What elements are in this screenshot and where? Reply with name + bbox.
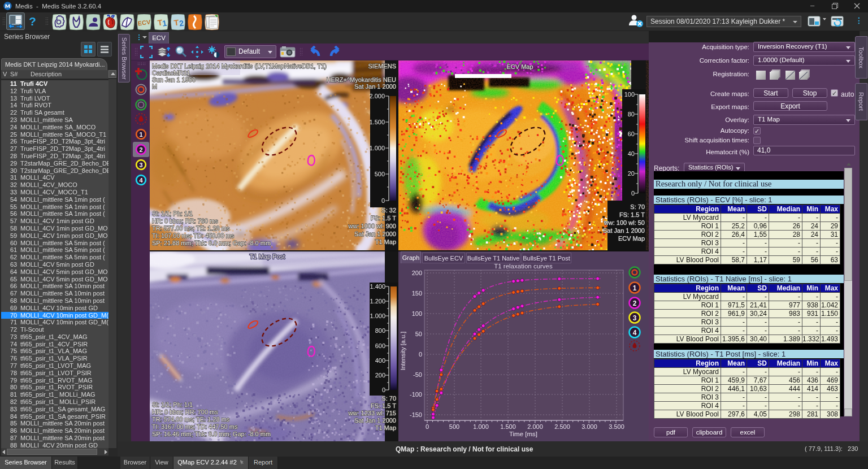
svg-text:TR: 574.00 ms; TE: 1.28 ms: TR: 574.00 ms; TE: 1.28 ms: [152, 416, 230, 423]
svg-text:S: 32: S: 32: [381, 207, 396, 214]
svg-text:2.000: 2.000: [527, 423, 543, 430]
svg-text:ECV Map: ECV Map: [506, 63, 533, 70]
svg-text:T1 relaxation curves: T1 relaxation curves: [494, 263, 553, 270]
svg-text:FS: 1.5 T: FS: 1.5 T: [371, 215, 396, 222]
svg-text:T1 Map: T1 Map: [375, 238, 396, 245]
svg-text:0: 0: [426, 423, 429, 430]
svg-text:1.200: 1.200: [370, 298, 385, 305]
svg-text:SP: 21.88 mm; Thk: 8.0 mm; Gap: SP: 21.88 mm; Thk: 8.0 mm; Gap: -8.0 mm: [152, 240, 271, 246]
svg-text:4: 4: [633, 329, 637, 337]
svg-text:Sl: 1/1; Ph: 1/1: Sl: 1/1; Ph: 1/1: [152, 401, 193, 408]
svg-text:1: 1: [633, 284, 637, 292]
svg-text:ww: 100 wl: 50: ww: 100 wl: 50: [604, 219, 645, 226]
svg-text:S: 70: S: 70: [630, 203, 645, 210]
svg-text:ww: 1000 wl: 900: ww: 1000 wl: 900: [348, 223, 396, 229]
svg-text:200: 200: [375, 372, 385, 379]
svg-text:Sat Jan 1 2000: Sat Jan 1 2000: [354, 417, 396, 424]
svg-text:ECV Map: ECV Map: [618, 235, 645, 242]
svg-text:CardiacMR31: CardiacMR31: [152, 70, 190, 76]
svg-text:1: 1: [139, 131, 142, 138]
svg-text:2.000: 2.000: [369, 93, 385, 99]
svg-text:2: 2: [633, 299, 637, 307]
svg-text:150: 150: [412, 290, 422, 297]
svg-text:2.500: 2.500: [554, 423, 570, 430]
svg-text:Intensity [a.u.]: Intensity [a.u.]: [400, 332, 406, 370]
svg-text:ww: 1233 wl: 715: ww: 1233 wl: 715: [348, 410, 396, 416]
svg-text:1.000: 1.000: [370, 312, 385, 319]
svg-text:20: 20: [628, 170, 635, 177]
svg-text:T1 Map: T1 Map: [375, 424, 396, 431]
svg-text:1.000: 1.000: [369, 145, 385, 151]
svg-text:HERZ+^Myokarditis NEU: HERZ+^Myokarditis NEU: [327, 76, 396, 83]
svg-text:SP: 16.46 mm; Thk: 8.0 mm; Gap: SP: 16.46 mm; Thk: 8.0 mm; Gap: -8.0 mm: [152, 431, 271, 437]
svg-text:-100: -100: [410, 391, 422, 398]
svg-text:3.000: 3.000: [581, 423, 597, 430]
svg-text:1.000: 1.000: [473, 423, 489, 430]
svg-text:3: 3: [633, 314, 637, 322]
svg-text:400: 400: [375, 357, 385, 364]
svg-text:TR: 577.00 ms; TE: 1.28 ms: TR: 577.00 ms; TE: 1.28 ms: [152, 225, 230, 232]
svg-text:2: 2: [139, 146, 142, 153]
svg-text:SIEMENS: SIEMENS: [368, 63, 396, 70]
svg-text:800: 800: [375, 327, 385, 334]
svg-text:100: 100: [412, 310, 422, 317]
svg-text:40: 40: [628, 150, 635, 157]
svg-text:4: 4: [139, 177, 143, 184]
svg-text:-150: -150: [410, 411, 422, 418]
svg-text:600: 600: [375, 342, 385, 349]
svg-text:0: 0: [381, 197, 385, 204]
svg-text:200: 200: [412, 270, 422, 276]
svg-text:T1 Map Post: T1 Map Post: [250, 253, 285, 260]
svg-text:HR: 0 bbm; RR: 760 ms: HR: 0 bbm; RR: 760 ms: [152, 218, 218, 224]
svg-text:TI: 107.00 ms; TD: 450.00 ms: TI: 107.00 ms; TD: 450.00 ms: [152, 232, 235, 239]
svg-text:500: 500: [449, 423, 459, 430]
svg-text:Sl: 1/1; Ph: 1/1: Sl: 1/1; Ph: 1/1: [152, 210, 193, 217]
svg-text:0: 0: [382, 387, 385, 393]
svg-text:Medis DKT Leipzig 2014 Myokard: Medis DKT Leipzig 2014 Myokarditis (LV,T…: [152, 63, 327, 70]
svg-text:M: M: [152, 83, 157, 90]
svg-text:0: 0: [631, 190, 635, 197]
svg-text:-50: -50: [413, 371, 422, 378]
svg-text:1.400: 1.400: [370, 283, 385, 290]
svg-text:FS: 1.5 T: FS: 1.5 T: [371, 402, 396, 409]
svg-text:FS: 1.5 T: FS: 1.5 T: [619, 211, 645, 218]
svg-text:Sun Jan 1 1950: Sun Jan 1 1950: [152, 76, 196, 83]
svg-text:Sat Jan 1 2000: Sat Jan 1 2000: [354, 83, 396, 90]
svg-text:80: 80: [628, 111, 635, 118]
svg-text:Sat Jan 1 2000: Sat Jan 1 2000: [354, 231, 396, 237]
svg-text:S: 70: S: 70: [381, 395, 396, 402]
svg-text:100: 100: [624, 91, 635, 98]
svg-text:50: 50: [415, 331, 422, 337]
svg-text:Time [ms]: Time [ms]: [509, 431, 537, 437]
svg-text:500: 500: [375, 171, 385, 177]
svg-text:0: 0: [419, 351, 422, 358]
svg-text:60: 60: [628, 131, 635, 137]
svg-text:HR: 0 bbm; RR: 700 ms: HR: 0 bbm; RR: 700 ms: [152, 409, 218, 415]
svg-text:1.500: 1.500: [369, 119, 385, 125]
svg-text:3.500: 3.500: [609, 423, 624, 430]
svg-text:Sat Jan 1 2000: Sat Jan 1 2000: [603, 227, 645, 234]
svg-text:TI: 3167.00 ms; TD: 447.50 ms: TI: 3167.00 ms; TD: 447.50 ms: [152, 423, 238, 430]
svg-text:1.500: 1.500: [500, 423, 516, 430]
svg-text:3: 3: [139, 162, 142, 168]
